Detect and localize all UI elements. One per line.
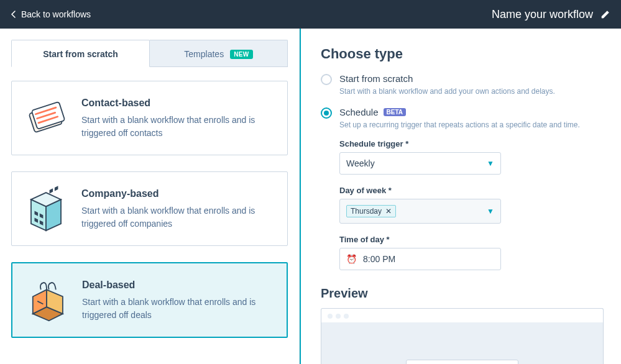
enrollment-trigger-box[interactable]: Enrollment trigger — [406, 360, 518, 364]
left-panel: Start from scratch Templates NEW — [0, 29, 300, 364]
back-to-workflows-link[interactable]: Back to workflows — [11, 9, 91, 19]
radio-desc: Start with a blank workflow and add your… — [339, 86, 604, 97]
workflow-title-wrap[interactable]: Name your workflow — [492, 8, 610, 21]
card-desc: Start with a blank workflow that enrolls… — [82, 296, 269, 322]
radio-label: Schedule BETA — [339, 107, 604, 117]
main-layout: Start from scratch Templates NEW — [0, 29, 621, 364]
schedule-trigger-label: Schedule trigger * — [339, 139, 604, 148]
time-of-day-label: Time of day * — [339, 235, 604, 244]
contact-icon — [23, 95, 69, 141]
svg-rect-12 — [50, 188, 53, 193]
card-deal-based[interactable]: Deal-based Start with a blank workflow t… — [11, 262, 288, 338]
card-desc: Start with a blank workflow that enrolls… — [81, 204, 268, 230]
chevron-left-icon — [11, 11, 16, 18]
schedule-trigger-value: Weekly — [346, 158, 375, 168]
preview-panel: Enrollment trigger — [321, 308, 604, 364]
window-dots-icon — [321, 309, 603, 323]
clock-icon: ⏰ — [346, 254, 357, 264]
tab-label-start: Start from scratch — [43, 49, 118, 59]
tab-templates[interactable]: Templates NEW — [150, 40, 288, 66]
choose-type-title: Choose type — [321, 46, 604, 62]
deal-icon — [24, 277, 70, 323]
radio-input[interactable] — [321, 107, 332, 119]
radio-desc: Set up a recurring trigger that repeats … — [339, 119, 604, 130]
radio-start-from-scratch[interactable]: Start from scratch Start with a blank wo… — [321, 73, 604, 97]
schedule-trigger-select[interactable]: Weekly ▼ — [339, 152, 501, 175]
card-title: Contact-based — [81, 98, 268, 109]
card-text: Deal-based Start with a blank workflow t… — [82, 277, 269, 322]
day-chip[interactable]: Thursday ✕ — [346, 205, 396, 217]
card-desc: Start with a blank workflow that enrolls… — [81, 114, 268, 140]
card-contact-based[interactable]: Contact-based Start with a blank workflo… — [11, 81, 288, 155]
chevron-down-icon: ▼ — [487, 207, 494, 216]
time-of-day-input[interactable]: ⏰ 8:00 PM — [339, 248, 501, 270]
card-title: Company-based — [81, 188, 268, 199]
card-text: Company-based Start with a blank workflo… — [81, 186, 268, 230]
radio-schedule[interactable]: Schedule BETA Set up a recurring trigger… — [321, 107, 604, 270]
back-link-label: Back to workflows — [21, 9, 91, 19]
company-icon — [23, 186, 69, 232]
workflow-title: Name your workflow — [492, 8, 593, 21]
tab-label-templates: Templates — [184, 49, 224, 59]
type-radio-group: Start from scratch Start with a blank wo… — [321, 73, 604, 270]
remove-chip-icon[interactable]: ✕ — [385, 207, 392, 216]
day-of-week-label: Day of week * — [339, 186, 604, 195]
workflow-type-cards: Contact-based Start with a blank workflo… — [11, 81, 288, 338]
beta-badge: BETA — [384, 108, 406, 116]
svg-rect-13 — [55, 186, 58, 191]
time-of-day-value: 8:00 PM — [363, 254, 395, 264]
left-tabs: Start from scratch Templates NEW — [11, 40, 288, 67]
card-title: Deal-based — [82, 280, 269, 291]
card-text: Contact-based Start with a blank workflo… — [81, 95, 268, 140]
preview-title: Preview — [321, 286, 604, 301]
tab-start-from-scratch[interactable]: Start from scratch — [11, 40, 150, 67]
preview-body: Enrollment trigger — [321, 323, 603, 364]
radio-body: Start from scratch Start with a blank wo… — [339, 73, 604, 97]
card-company-based[interactable]: Company-based Start with a blank workflo… — [11, 171, 288, 246]
chevron-down-icon: ▼ — [487, 159, 494, 168]
app-header: Back to workflows Name your workflow — [0, 0, 621, 29]
radio-label: Start from scratch — [339, 73, 604, 84]
radio-body: Schedule BETA Set up a recurring trigger… — [339, 107, 604, 270]
day-chip-label: Thursday — [351, 207, 382, 216]
right-panel: Choose type Start from scratch Start wit… — [300, 29, 621, 364]
schedule-label-text: Schedule — [339, 107, 379, 117]
new-badge: NEW — [230, 50, 253, 59]
day-of-week-select[interactable]: Thursday ✕ ▼ — [339, 199, 501, 224]
radio-input[interactable] — [321, 74, 332, 85]
pencil-icon — [600, 10, 610, 19]
